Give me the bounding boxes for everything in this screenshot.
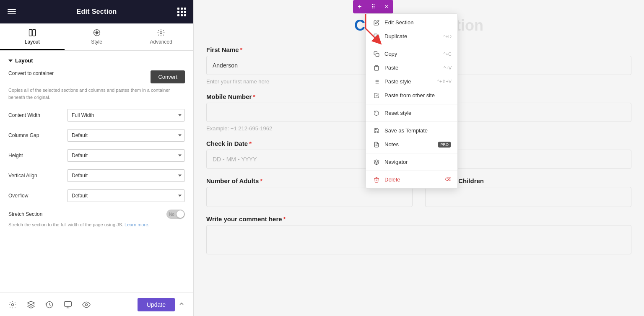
- vertical-align-label: Vertical Align: [8, 173, 67, 179]
- adults-input[interactable]: [206, 187, 413, 207]
- layers-icon[interactable]: [27, 300, 35, 309]
- section-arrow: [8, 60, 13, 62]
- menu-duplicate-label: Duplicate: [384, 33, 407, 39]
- menu-item-copy[interactable]: Copy ^+C: [366, 47, 457, 61]
- columns-gap-select[interactable]: Default No Gap Narrow: [67, 129, 185, 142]
- layout-section-title[interactable]: Layout: [8, 57, 185, 64]
- menu-paste-label: Paste: [384, 65, 398, 71]
- svg-point-3: [95, 31, 98, 34]
- trash-icon: [373, 177, 380, 183]
- paste-from-other-icon: [373, 93, 380, 98]
- menu-divider-1: [366, 45, 457, 45]
- overflow-row: Overflow Default Hidden Auto: [8, 189, 185, 202]
- comment-field: Write your comment here*: [206, 215, 631, 254]
- stretch-learn-more[interactable]: Learn more.: [125, 222, 149, 227]
- paste-icon: [373, 65, 380, 71]
- tab-advanced[interactable]: Advanced: [129, 23, 193, 50]
- tab-style[interactable]: Style: [65, 23, 129, 50]
- svg-rect-6: [65, 301, 72, 306]
- mobile-required: *: [253, 93, 255, 100]
- menu-item-paste[interactable]: Paste ^+V: [366, 61, 457, 75]
- menu-edit-section-label: Edit Section: [384, 19, 413, 26]
- menu-delete-label: Delete: [384, 176, 400, 183]
- menu-item-save-template[interactable]: Save as Template: [366, 124, 457, 137]
- duplicate-icon: [373, 34, 380, 39]
- section-toolbar: + ⠿ ×: [353, 0, 393, 13]
- content-width-select[interactable]: Full Width Boxed: [67, 109, 185, 122]
- convert-row: Convert to container Convert: [8, 70, 185, 83]
- stretch-hint-text: Stretch the section to the full width of…: [8, 222, 123, 227]
- menu-item-paste-from-other[interactable]: Paste from other site: [366, 88, 457, 102]
- menu-divider-5: [366, 171, 457, 171]
- svg-rect-8: [376, 36, 379, 39]
- svg-rect-0: [29, 30, 32, 36]
- height-row: Height Default Fit to Screen Min Height: [8, 149, 185, 162]
- panel-header: Edit Section: [0, 0, 193, 23]
- height-label: Height: [8, 153, 67, 158]
- paste-shortcut: ^+V: [444, 65, 452, 70]
- duplicate-shortcut: ^+D: [443, 34, 452, 39]
- checkin-required: *: [249, 140, 252, 147]
- convert-button[interactable]: Convert: [151, 70, 185, 83]
- menu-navigator-label: Navigator: [384, 159, 408, 165]
- menu-item-paste-style[interactable]: Paste style ^+⇧+V: [366, 75, 457, 88]
- menu-paste-style-label: Paste style: [384, 78, 411, 85]
- close-section-button[interactable]: ×: [380, 0, 393, 13]
- main-area: + ⠿ × Edit Section Duplicate ^+: [194, 0, 644, 316]
- content-width-label: Content Width: [8, 112, 67, 118]
- eye-icon[interactable]: [82, 300, 91, 309]
- height-select[interactable]: Default Fit to Screen Min Height: [67, 149, 185, 162]
- stretch-label: Stretch Section: [8, 211, 166, 217]
- move-section-button[interactable]: ⠿: [366, 0, 380, 13]
- svg-rect-9: [376, 53, 379, 57]
- paste-style-shortcut: ^+⇧+V: [437, 79, 452, 84]
- menu-notes-label: Notes: [384, 141, 399, 148]
- menu-item-reset-style[interactable]: Reset style: [366, 106, 457, 120]
- svg-rect-1: [33, 30, 36, 36]
- footer-icons: [8, 300, 138, 309]
- comment-textarea[interactable]: [206, 225, 631, 254]
- svg-point-7: [86, 303, 88, 306]
- menu-item-edit-section[interactable]: Edit Section: [366, 16, 457, 29]
- children-input[interactable]: [425, 187, 631, 207]
- notes-icon: [373, 142, 380, 148]
- first-name-required: *: [240, 46, 243, 53]
- panel-tabs: Layout Style Advanced: [0, 23, 193, 51]
- history-icon[interactable]: [45, 300, 54, 309]
- layout-label: Layout: [15, 57, 33, 64]
- up-arrow-icon[interactable]: [178, 300, 185, 309]
- menu-divider-4: [366, 153, 457, 153]
- stretch-toggle[interactable]: No: [166, 210, 185, 219]
- svg-marker-19: [374, 160, 379, 162]
- svg-point-4: [160, 32, 162, 34]
- grid-icon[interactable]: [177, 8, 186, 16]
- hamburger-icon[interactable]: [8, 9, 16, 14]
- copy-shortcut: ^+C: [443, 52, 452, 57]
- vertical-align-row: Vertical Align Default Top Middle Bottom: [8, 169, 185, 182]
- copy-icon: [373, 51, 380, 57]
- vertical-align-select[interactable]: Default Top Middle Bottom: [67, 169, 185, 182]
- save-template-icon: [373, 128, 380, 134]
- menu-item-duplicate[interactable]: Duplicate ^+D: [366, 29, 457, 43]
- menu-divider-3: [366, 122, 457, 122]
- screen-icon[interactable]: [64, 300, 72, 309]
- comment-label: Write your comment here*: [206, 215, 631, 223]
- overflow-select[interactable]: Default Hidden Auto: [67, 189, 185, 202]
- navigator-icon: [373, 159, 380, 165]
- add-section-button[interactable]: +: [353, 0, 366, 13]
- reset-icon: [373, 110, 380, 116]
- stretch-row: Stretch Section No: [8, 210, 185, 219]
- menu-item-navigator[interactable]: Navigator: [366, 155, 457, 169]
- left-panel: Edit Section Layout Style: [0, 0, 194, 316]
- context-menu: Edit Section Duplicate ^+D Copy ^: [366, 13, 458, 189]
- menu-item-notes[interactable]: Notes PRO: [366, 137, 457, 151]
- columns-gap-row: Columns Gap Default No Gap Narrow: [8, 129, 185, 142]
- update-button[interactable]: Update: [138, 298, 175, 311]
- convert-hint: Copies all of the selected sections and …: [8, 87, 185, 101]
- columns-gap-label: Columns Gap: [8, 132, 67, 138]
- stretch-hint: Stretch the section to the full width of…: [8, 221, 185, 228]
- menu-item-delete[interactable]: Delete ⌫: [366, 173, 457, 186]
- tab-layout[interactable]: Layout: [0, 23, 65, 50]
- gear-icon[interactable]: [8, 300, 17, 309]
- content-width-control: Full Width Boxed: [67, 109, 185, 122]
